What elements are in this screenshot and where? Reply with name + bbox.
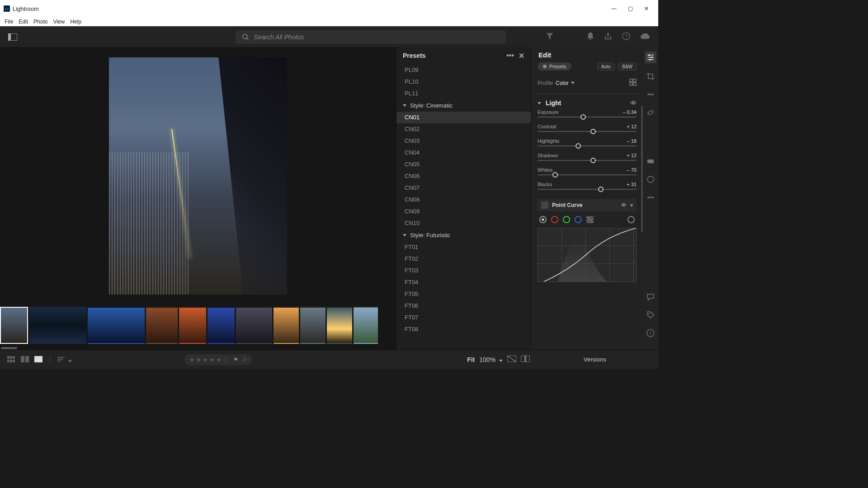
thumbnail[interactable] [0,307,28,344]
edit-tool-icon[interactable] [645,52,656,63]
image-viewport[interactable] [0,47,396,305]
thumbnail[interactable] [208,307,235,344]
preset-item[interactable]: FT05 [396,288,531,300]
flag-pick-icon[interactable]: ⚑ [233,357,238,363]
more-icon[interactable]: ••• [646,89,656,99]
comments-icon[interactable] [646,292,656,302]
healing-tool-icon[interactable] [646,108,656,117]
whites-slider[interactable]: Whites– 70 [538,167,637,175]
preset-item[interactable]: FT03 [396,265,531,277]
thumbnail[interactable] [146,307,178,344]
menu-photo[interactable]: Photo [31,19,50,25]
zoom-value[interactable]: 100% [479,356,503,363]
blacks-slider[interactable]: Blacks+ 31 [538,182,637,190]
toggle-panels-icon[interactable] [8,33,17,41]
preset-item[interactable]: PL09 [396,64,531,76]
highlights-slider[interactable]: Highlights– 18 [538,138,637,146]
detail-view-icon[interactable] [34,356,43,363]
versions-button[interactable]: Versions [539,356,651,363]
contrast-slider[interactable]: Contrast+ 12 [538,124,637,132]
preset-item[interactable]: CN06 [396,170,531,182]
grid-view-icon[interactable] [7,356,16,363]
brush-tool-icon[interactable] [646,126,656,136]
preset-item[interactable]: CN04 [396,147,531,159]
menu-view[interactable]: View [50,19,67,25]
thumbnail[interactable] [354,307,378,344]
preset-item[interactable]: CN09 [396,206,531,217]
presets-more-icon[interactable]: ••• [506,52,514,60]
thumbnail[interactable] [29,307,86,344]
fit-label[interactable]: Fit [467,356,475,363]
preset-item[interactable]: PL11 [396,88,531,99]
thumbnail[interactable] [88,307,145,344]
star-icon[interactable]: ★ [216,356,222,363]
preset-item[interactable]: FT01 [396,241,531,253]
star-icon[interactable]: ★ [189,356,195,363]
sort-dropdown-icon[interactable] [68,356,77,363]
radial-gradient-icon[interactable] [646,174,656,184]
eye-icon[interactable]: 👁 [630,99,637,107]
thumbnail[interactable] [327,307,352,344]
preset-item[interactable]: CN10 [396,217,531,229]
auto-button[interactable]: Auto [597,63,615,70]
help-icon[interactable]: ? [622,32,630,42]
before-after-icon[interactable] [507,356,516,363]
curve-target-icon[interactable] [627,216,635,223]
cloud-sync-icon[interactable] [640,33,650,42]
preset-item[interactable]: PL10 [396,76,531,88]
star-icon[interactable]: ★ [209,356,215,363]
preset-item[interactable]: CN08 [396,194,531,206]
curve-channel-luminance[interactable] [539,216,547,223]
curve-parametric-icon[interactable] [586,216,594,223]
filter-icon[interactable] [546,33,554,42]
more-icon[interactable]: ••• [646,192,656,202]
menu-file[interactable]: File [2,19,16,25]
preset-item[interactable]: FT07 [396,312,531,324]
flag-reject-icon[interactable]: ⚐ [243,357,248,363]
original-toggle-icon[interactable] [521,356,530,363]
exposure-slider[interactable]: Exposure– 0.34 [538,109,637,117]
star-icon[interactable]: ★ [196,356,202,363]
preset-item[interactable]: FT04 [396,277,531,288]
thumbnail[interactable] [179,307,206,344]
shadows-slider[interactable]: Shadows+ 12 [538,153,637,161]
light-section-header[interactable]: Light 👁 [531,94,643,109]
notifications-icon[interactable] [587,32,594,42]
sort-icon[interactable] [57,356,66,363]
curve-channel-blue[interactable] [575,216,582,223]
preset-item[interactable]: CN05 [396,159,531,170]
presets-close-icon[interactable]: ✕ [519,52,524,60]
menu-help[interactable]: Help [67,19,84,25]
filmstrip-scrollbar[interactable] [0,347,396,350]
profile-browser-icon[interactable] [629,79,637,87]
curve-channel-red[interactable] [551,216,558,223]
preset-item[interactable]: CN03 [396,135,531,147]
preset-item[interactable]: CN02 [396,123,531,135]
profile-dropdown[interactable]: Color [556,80,575,86]
search-input[interactable]: Search All Photos [236,30,506,44]
thumbnail[interactable] [274,307,299,344]
chevron-down-icon[interactable]: ▾ [630,202,633,208]
window-minimize-button[interactable]: — [606,5,622,12]
rating-stars[interactable]: ★ ★ ★ ★ ★ ⚑ ⚐ [184,354,252,365]
curve-channel-green[interactable] [563,216,570,223]
window-close-button[interactable]: ✕ [638,5,655,12]
preset-group-futuristic[interactable]: Style: Futuristic [396,229,531,241]
info-icon[interactable]: i [646,328,656,338]
menu-edit[interactable]: Edit [16,19,31,25]
window-maximize-button[interactable]: ▢ [622,5,638,12]
eye-icon[interactable]: 👁 [621,202,627,208]
presets-button[interactable]: Presets [538,62,571,70]
thumbnail[interactable] [300,307,326,344]
compare-view-icon[interactable] [21,356,30,363]
edit-panel-scrollbar[interactable] [641,106,643,232]
linear-gradient-icon[interactable] [646,156,656,166]
preset-item[interactable]: CN01 [396,112,531,123]
keywords-icon[interactable] [646,310,656,320]
tone-curve-editor[interactable] [538,228,637,282]
preset-item[interactable]: CN07 [396,182,531,194]
bw-button[interactable]: B&W [618,63,637,70]
thumbnail[interactable] [236,307,272,344]
star-icon[interactable]: ★ [203,356,208,363]
preset-item[interactable]: FT02 [396,253,531,265]
